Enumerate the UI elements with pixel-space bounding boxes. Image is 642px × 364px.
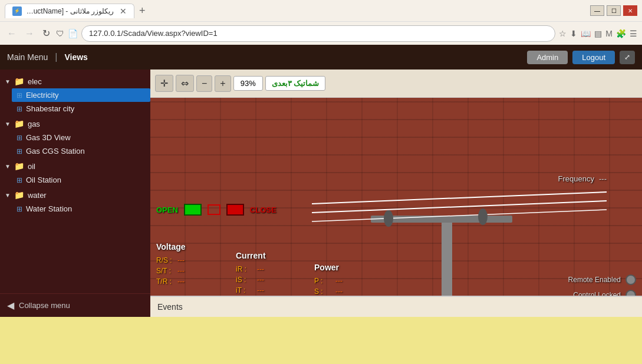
tab-icon: ⚡	[12, 6, 22, 16]
tree-group-water: ▼ 📁 water ⊞ Water Station	[0, 188, 150, 216]
sidebar-item-gas3d[interactable]: ⊞ Gas 3D View	[12, 131, 150, 144]
item-icon-gascgs: ⊞	[17, 147, 22, 155]
folder-icon-elec: 📁	[14, 77, 24, 86]
status-badges: OPEN CLOSE	[156, 204, 276, 216]
voltage-val-tr: ---	[177, 277, 185, 286]
tab-title: ریکلوزر ملاثانی - [ProductName]	[25, 7, 114, 15]
zoom-level-display: 93%	[233, 76, 263, 91]
views-link[interactable]: Views	[64, 52, 87, 62]
tree-label-gas: gas	[28, 120, 40, 128]
sidebar-footer[interactable]: ◀ Collapse menu	[0, 293, 150, 317]
pole-illustration	[312, 145, 607, 296]
item-label-shabastar: Shabestar city	[26, 104, 74, 113]
main-menu-link[interactable]: Main Menu	[7, 52, 48, 62]
tree-arrow-oil: ▼	[5, 163, 11, 170]
close-button[interactable]: ✕	[623, 5, 637, 16]
logout-button[interactable]: Logout	[572, 51, 615, 64]
admin-button[interactable]: Admin	[527, 51, 568, 64]
item-icon-waterstation: ⊞	[17, 205, 22, 213]
extensions-icon[interactable]: 🧩	[616, 29, 626, 38]
tree-group-gas: ▼ 📁 gas ⊞ Gas 3D View ⊞ Gas CGS Station	[0, 117, 150, 158]
open-label: OPEN	[156, 206, 178, 214]
sidebar-item-waterstation[interactable]: ⊞ Water Station	[12, 202, 150, 216]
close-indicator	[226, 204, 244, 216]
maximize-button[interactable]: ☐	[607, 5, 621, 16]
bookmark-icon[interactable]: ☆	[559, 29, 567, 38]
open-indicator	[184, 204, 202, 216]
current-val-it: ---	[257, 286, 264, 294]
voltage-key-rs: R/S :	[156, 256, 174, 264]
sidebar-content: ▼ 📁 elec ⊞ Electricity ⊞ Shabestar city	[0, 70, 150, 293]
voltage-key-st: S/T :	[156, 267, 174, 275]
scada-view: Frequency --- OPEN CLOSE Voltage R/S :	[150, 98, 642, 296]
browser-tab[interactable]: ⚡ ریکلوزر ملاثانی - [ProductName] ✕	[5, 4, 134, 18]
tree-header-water[interactable]: ▼ 📁 water	[0, 188, 150, 202]
menu-icon[interactable]: ☰	[630, 29, 637, 38]
page-icon: 📄	[68, 29, 78, 38]
item-icon-oilstation: ⊞	[17, 176, 22, 184]
tree-header-oil[interactable]: ▼ 📁 oil	[0, 159, 150, 173]
toggle-control-locked[interactable]	[625, 290, 636, 296]
voltage-row-rs: R/S : ---	[156, 256, 186, 264]
voltage-row-st: S/T : ---	[156, 267, 186, 275]
tree-header-elec[interactable]: ▼ 📁 elec	[0, 74, 150, 88]
item-icon-shabastar: ⊞	[17, 105, 22, 113]
tree-group-oil: ▼ 📁 oil ⊞ Oil Station	[0, 159, 150, 187]
app-nav: Main Menu | Views	[7, 52, 88, 62]
header-buttons: Admin Logout ⤢	[527, 51, 635, 64]
pan-tool-button[interactable]: ✛	[155, 75, 173, 92]
tree-children-water: ⊞ Water Station	[0, 202, 150, 216]
item-label-electricity: Electricity	[26, 91, 59, 100]
item-label-gas3d: Gas 3D View	[26, 133, 71, 142]
tab-close-btn[interactable]: ✕	[120, 6, 127, 16]
tree-label-water: water	[28, 191, 47, 200]
minimize-button[interactable]: —	[590, 5, 604, 16]
current-key-ir: iR :	[236, 265, 253, 273]
voltage-val-st: ---	[177, 267, 185, 275]
current-panel: Current iR : --- iS : --- iT : ---	[236, 251, 266, 296]
address-input[interactable]	[81, 25, 555, 42]
current-key-is: iS :	[236, 276, 253, 284]
sidebar-item-oilstation[interactable]: ⊞ Oil Station	[12, 173, 150, 187]
current-title: Current	[236, 251, 266, 260]
toolbar: ✛ ⇔ − + 93% شماتیک ۳بعدی	[150, 70, 642, 98]
tree-children-oil: ⊞ Oil Station	[0, 173, 150, 187]
folder-icon-water: 📁	[14, 190, 24, 200]
swap-tool-button[interactable]: ⇔	[176, 75, 194, 92]
tree-label-elec: elec	[28, 77, 42, 86]
current-val-ir: ---	[257, 265, 264, 273]
item-label-gascgs: Gas CGS Station	[26, 147, 85, 155]
main-layout: ▼ 📁 elec ⊞ Electricity ⊞ Shabestar city	[0, 70, 642, 317]
sidebar-item-electricity[interactable]: ⊞ Electricity	[12, 88, 150, 102]
current-row-ir: iR : ---	[236, 265, 266, 273]
profile-icon[interactable]: M	[605, 29, 613, 38]
zoom-out-button[interactable]: −	[196, 75, 212, 92]
tree-children-elec: ⊞ Electricity ⊞ Shabestar city	[0, 88, 150, 115]
sidebar-item-shabastar[interactable]: ⊞ Shabestar city	[12, 102, 150, 115]
download-icon[interactable]: ⬇	[570, 29, 577, 38]
tree-header-gas[interactable]: ▼ 📁 gas	[0, 117, 150, 131]
back-button[interactable]: ←	[5, 27, 19, 40]
svg-rect-0	[442, 216, 452, 296]
tree-children-gas: ⊞ Gas 3D View ⊞ Gas CGS Station	[0, 131, 150, 158]
tree-label-oil: oil	[28, 162, 35, 171]
new-tab-button[interactable]: +	[139, 5, 146, 17]
item-icon-gas3d: ⊞	[17, 134, 22, 142]
expand-button[interactable]: ⤢	[620, 51, 635, 64]
refresh-button[interactable]: ↻	[40, 27, 52, 40]
tree-group-elec: ▼ 📁 elec ⊞ Electricity ⊞ Shabestar city	[0, 74, 150, 115]
reader-mode-icon[interactable]: ▤	[594, 29, 602, 38]
nav-separator: |	[55, 52, 57, 62]
sidebar-item-gascgs[interactable]: ⊞ Gas CGS Station	[12, 144, 150, 158]
item-icon-electricity: ⊞	[17, 91, 22, 100]
tree-arrow-elec: ▼	[5, 78, 11, 85]
voltage-row-tr: T/R : ---	[156, 277, 186, 286]
toggle-remote-enabled[interactable]	[625, 274, 636, 285]
collapse-label: Collapse menu	[19, 301, 70, 310]
reading-icon[interactable]: 📖	[581, 29, 591, 38]
current-row-it: iT : ---	[236, 286, 266, 294]
close-label: CLOSE	[250, 206, 276, 214]
zoom-in-button[interactable]: +	[215, 75, 231, 92]
forward-button[interactable]: →	[22, 27, 37, 40]
current-key-it: iT :	[236, 286, 253, 294]
